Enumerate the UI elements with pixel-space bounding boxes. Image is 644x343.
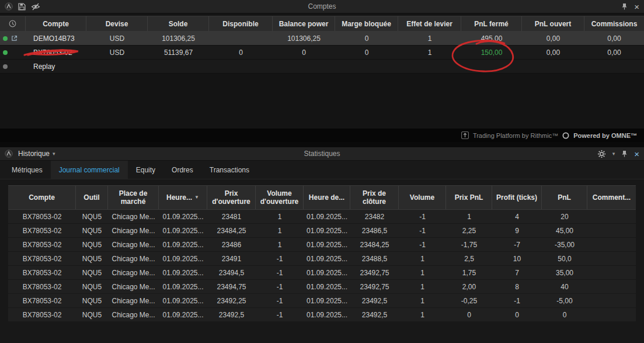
pin-icon[interactable] [621, 3, 628, 10]
account-balance-power: 0 [273, 46, 335, 59]
pin-icon[interactable] [621, 150, 628, 157]
refresh-clock-icon[interactable] [0, 16, 26, 31]
settings-gear-icon[interactable] [597, 150, 606, 158]
trade-open-volume: 1 [256, 210, 304, 223]
history-menu[interactable]: Historique ▾ [18, 150, 55, 158]
trade-profit-ticks: 9 [492, 224, 542, 237]
chevron-down-icon[interactable]: ▾ [612, 151, 615, 157]
save-icon[interactable] [18, 3, 26, 11]
account-balance-power: 101306,25 [273, 32, 335, 45]
account-row[interactable]: Replay [0, 60, 644, 74]
trade-price-pnl: 2,5 [446, 252, 492, 265]
tab-metriques[interactable]: Métriques [4, 161, 51, 179]
trade-open-price: 23491 [207, 252, 256, 265]
trade-close-volume: -1 [399, 210, 446, 223]
trade-open-volume: -1 [256, 252, 304, 265]
row-status [0, 60, 26, 73]
trade-close-time: 01.09.2025... [304, 266, 350, 279]
trade-close-time: 01.09.2025... [304, 280, 350, 293]
trade-close-price: 23492,5 [350, 308, 399, 321]
trade-close-time: 01.09.2025... [304, 252, 350, 265]
trade-exchange: Chicago Me... [108, 224, 159, 237]
column-header[interactable]: Heure...▼ [159, 186, 207, 209]
external-link-icon[interactable] [11, 35, 18, 41]
column-header[interactable]: Comment... [587, 186, 636, 209]
trade-comment [587, 308, 636, 321]
close-icon[interactable]: × [634, 150, 639, 158]
tab-ordres[interactable]: Ordres [163, 161, 201, 179]
trade-instrument: NQU5 [76, 238, 108, 251]
column-header[interactable]: Effet de levier [398, 16, 461, 31]
omne-branding: Powered by OMNE™ [573, 132, 637, 139]
trade-row[interactable]: BX78053-02NQU5Chicago Me...01.09.2025...… [8, 252, 636, 266]
trade-account: BX78053-02 [8, 252, 76, 265]
account-currency [86, 60, 148, 73]
column-header[interactable]: Place de marché [108, 186, 159, 209]
trade-row[interactable]: BX78053-02NQU5Chicago Me...01.09.2025...… [8, 294, 636, 308]
trade-row[interactable]: BX78053-02NQU5Chicago Me...01.09.2025...… [8, 210, 636, 224]
trade-comment [587, 280, 636, 293]
account-available [209, 32, 273, 45]
hide-eye-icon[interactable] [31, 3, 40, 11]
column-header[interactable]: Disponible [209, 16, 273, 31]
column-header[interactable]: Devise [86, 16, 148, 31]
column-header[interactable]: Volume [399, 186, 446, 209]
trade-open-time: 01.09.2025... [159, 238, 207, 251]
column-header[interactable]: Marge bloquée [335, 16, 398, 31]
trade-row[interactable]: BX78053-02NQU5Chicago Me...01.09.2025...… [8, 280, 636, 294]
column-header[interactable]: Prix d'ouverture [207, 186, 256, 209]
trade-open-price: 23494,75 [207, 280, 256, 293]
upload-box-icon[interactable] [461, 131, 469, 139]
column-header[interactable]: Volume d'ouverture [256, 186, 304, 209]
column-header[interactable]: Compte [26, 16, 86, 31]
trade-instrument: NQU5 [76, 280, 108, 293]
trade-comment [587, 294, 636, 307]
column-header[interactable]: Prix PnL [446, 186, 492, 209]
trade-exchange: Chicago Me... [108, 252, 159, 265]
trade-open-volume: -1 [256, 280, 304, 293]
trade-open-time: 01.09.2025... [159, 294, 207, 307]
trade-profit-ticks: -7 [492, 238, 542, 251]
trade-row[interactable]: BX78053-02NQU5Chicago Me...01.09.2025...… [8, 266, 636, 280]
status-dot [3, 36, 8, 41]
column-header[interactable]: PnL [542, 186, 587, 209]
column-header[interactable]: Profit (ticks) [492, 186, 542, 209]
status-dot [3, 64, 8, 69]
column-header[interactable]: Solde [148, 16, 209, 31]
trade-row[interactable]: BX78053-02NQU5Chicago Me...01.09.2025...… [8, 224, 636, 238]
trade-price-pnl: -1,75 [446, 238, 492, 251]
column-header[interactable]: Compte [8, 186, 76, 209]
column-header[interactable]: Balance power [273, 16, 335, 31]
trade-account: BX78053-02 [8, 224, 76, 237]
column-header[interactable]: Commissions [584, 16, 644, 31]
column-header[interactable]: Outil [76, 186, 108, 209]
trade-profit-ticks: 7 [492, 266, 542, 279]
account-row[interactable]: DEMO14B73USD101306,25101306,2501495,000,… [0, 32, 644, 46]
trade-open-price: 23481 [207, 210, 256, 223]
column-header[interactable]: Heure de... [304, 186, 350, 209]
tab-equity[interactable]: Equity [128, 161, 163, 179]
column-header[interactable]: PnL ouvert [522, 16, 584, 31]
account-row[interactable]: BX78053-02USD51139,670001150,000,000,00 [0, 46, 644, 60]
trade-close-volume: -1 [399, 224, 446, 237]
trade-exchange: Chicago Me... [108, 238, 159, 251]
tab-journal-commercial[interactable]: Journal commercial [51, 161, 128, 179]
trade-instrument: NQU5 [76, 294, 108, 307]
trade-row[interactable]: BX78053-02NQU5Chicago Me...01.09.2025...… [8, 238, 636, 252]
app-logo-icon [5, 150, 13, 158]
sort-desc-icon: ▼ [194, 195, 199, 200]
account-balance: 51139,67 [148, 46, 209, 59]
trade-exchange: Chicago Me... [108, 294, 159, 307]
tab-transactions[interactable]: Transactions [201, 161, 257, 179]
trade-pnl: 50,0 [542, 252, 587, 265]
trade-close-volume: 1 [399, 280, 446, 293]
close-icon[interactable]: × [634, 2, 639, 11]
trade-open-time: 01.09.2025... [159, 252, 207, 265]
column-header[interactable]: PnL fermé [461, 16, 522, 31]
trade-pnl: -35,00 [542, 238, 587, 251]
account-available [209, 60, 273, 73]
account-leverage: 1 [398, 32, 461, 45]
column-header[interactable]: Prix de clôture [350, 186, 399, 209]
trade-row[interactable]: BX78053-02NQU5Chicago Me...01.09.2025...… [8, 308, 636, 322]
trade-open-time: 01.09.2025... [159, 280, 207, 293]
